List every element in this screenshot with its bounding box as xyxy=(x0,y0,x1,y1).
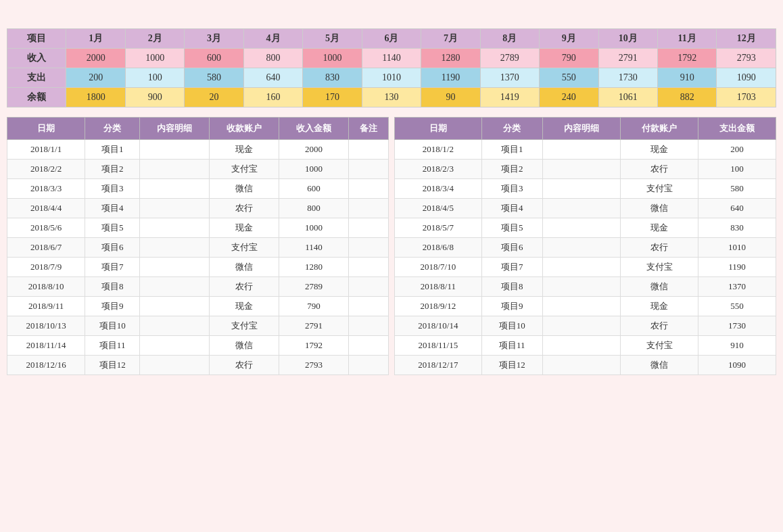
expense-cell-4-0: 2018/5/7 xyxy=(395,218,482,238)
summary-row-label-balance: 余额 xyxy=(7,88,66,107)
expense-header-1: 分类 xyxy=(481,118,542,140)
income-cell-2-1: 项目3 xyxy=(85,179,140,199)
summary-balance-2: 900 xyxy=(125,88,184,107)
income-cell-9-1: 项目10 xyxy=(85,316,140,336)
expense-row: 2018/1/2项目1现金200 xyxy=(395,140,776,160)
expense-cell-6-1: 项目7 xyxy=(481,258,542,277)
income-row: 2018/1/1项目1现金2000 xyxy=(7,140,389,160)
summary-row-label-expense: 支出 xyxy=(7,68,66,88)
expense-cell-2-2 xyxy=(543,179,621,199)
income-cell-9-3: 支付宝 xyxy=(210,316,279,336)
summary-col-month-8: 8月 xyxy=(480,29,539,49)
summary-expense-9: 550 xyxy=(540,68,598,88)
summary-expense-5: 830 xyxy=(303,68,362,88)
summary-balance-12: 1703 xyxy=(717,88,776,107)
income-cell-5-5 xyxy=(348,238,388,258)
income-cell-0-1: 项目1 xyxy=(85,140,140,160)
income-cell-6-5 xyxy=(348,258,388,277)
income-cell-5-2 xyxy=(140,238,210,258)
expense-cell-1-4: 100 xyxy=(698,160,776,179)
summary-balance-9: 240 xyxy=(540,88,598,107)
expense-cell-10-2 xyxy=(543,336,621,356)
expense-header-0: 日期 xyxy=(395,118,482,140)
income-cell-10-4: 1792 xyxy=(279,336,348,356)
summary-table: 项目1月2月3月4月5月6月7月8月9月10月11月12月 收入20001000… xyxy=(7,28,776,107)
summary-balance-8: 1419 xyxy=(480,88,539,107)
expense-cell-11-3: 微信 xyxy=(621,356,698,375)
income-cell-11-0: 2018/12/16 xyxy=(7,356,85,375)
summary-balance-5: 170 xyxy=(303,88,362,107)
summary-income-12: 2793 xyxy=(717,49,776,68)
expense-cell-8-0: 2018/9/12 xyxy=(395,297,482,316)
income-cell-2-4: 600 xyxy=(279,179,348,199)
expense-cell-2-0: 2018/3/4 xyxy=(395,179,482,199)
income-header-4: 收入金额 xyxy=(279,118,348,140)
income-cell-10-1: 项目11 xyxy=(85,336,140,356)
expense-cell-5-2 xyxy=(543,238,621,258)
expense-cell-0-3: 现金 xyxy=(621,140,698,160)
summary-balance-4: 160 xyxy=(243,88,302,107)
expense-cell-10-3: 支付宝 xyxy=(621,336,698,356)
summary-income-2: 1000 xyxy=(125,49,184,68)
summary-expense-3: 580 xyxy=(185,68,243,88)
expense-cell-9-1: 项目10 xyxy=(481,316,542,336)
expense-cell-6-0: 2018/7/10 xyxy=(395,258,482,277)
income-cell-6-4: 1280 xyxy=(279,258,348,277)
summary-income-1: 2000 xyxy=(66,49,125,68)
expense-cell-7-4: 1370 xyxy=(698,277,776,297)
expense-cell-4-4: 830 xyxy=(698,218,776,238)
income-cell-0-4: 2000 xyxy=(279,140,348,160)
expense-detail-table: 日期分类内容明细付款账户支出金额 2018/1/2项目1现金2002018/2/… xyxy=(394,117,776,375)
expense-cell-8-2 xyxy=(543,297,621,316)
expense-cell-6-2 xyxy=(543,258,621,277)
income-cell-9-2 xyxy=(140,316,210,336)
income-cell-11-5 xyxy=(348,356,388,375)
expense-row: 2018/2/3项目2农行100 xyxy=(395,160,776,179)
expense-row: 2018/3/4项目3支付宝580 xyxy=(395,179,776,199)
summary-expense-8: 1370 xyxy=(480,68,539,88)
income-cell-11-3: 农行 xyxy=(210,356,279,375)
summary-income-4: 800 xyxy=(243,49,302,68)
income-cell-4-2 xyxy=(140,218,210,238)
income-cell-8-1: 项目9 xyxy=(85,297,140,316)
expense-cell-4-3: 现金 xyxy=(621,218,698,238)
income-cell-3-5 xyxy=(348,199,388,218)
expense-cell-2-1: 项目3 xyxy=(481,179,542,199)
expense-cell-11-2 xyxy=(543,356,621,375)
expense-cell-9-4: 1730 xyxy=(698,316,776,336)
income-cell-8-5 xyxy=(348,297,388,316)
income-cell-3-3: 农行 xyxy=(210,199,279,218)
income-cell-0-3: 现金 xyxy=(210,140,279,160)
expense-cell-9-2 xyxy=(543,316,621,336)
income-cell-10-0: 2018/11/14 xyxy=(7,336,85,356)
income-cell-4-5 xyxy=(348,218,388,238)
expense-row: 2018/9/12项目9现金550 xyxy=(395,297,776,316)
income-row: 2018/5/6项目5现金1000 xyxy=(7,218,389,238)
summary-expense-4: 640 xyxy=(243,68,302,88)
expense-row: 2018/10/14项目10农行1730 xyxy=(395,316,776,336)
expense-row: 2018/11/15项目11支付宝910 xyxy=(395,336,776,356)
income-cell-1-0: 2018/2/2 xyxy=(7,160,85,179)
expense-cell-0-1: 项目1 xyxy=(481,140,542,160)
income-cell-10-3: 微信 xyxy=(210,336,279,356)
expense-cell-9-0: 2018/10/14 xyxy=(395,316,482,336)
income-cell-6-3: 微信 xyxy=(210,258,279,277)
expense-cell-7-3: 微信 xyxy=(621,277,698,297)
income-cell-0-2 xyxy=(140,140,210,160)
expense-cell-1-1: 项目2 xyxy=(481,160,542,179)
expense-cell-9-3: 农行 xyxy=(621,316,698,336)
expense-cell-5-0: 2018/6/8 xyxy=(395,238,482,258)
summary-income-10: 2791 xyxy=(598,49,657,68)
expense-cell-11-0: 2018/12/17 xyxy=(395,356,482,375)
expense-cell-6-4: 1190 xyxy=(698,258,776,277)
income-cell-3-0: 2018/4/4 xyxy=(7,199,85,218)
expense-cell-1-3: 农行 xyxy=(621,160,698,179)
summary-balance-3: 20 xyxy=(185,88,243,107)
expense-cell-3-1: 项目4 xyxy=(481,199,542,218)
expense-row: 2018/8/11项目8微信1370 xyxy=(395,277,776,297)
expense-row: 2018/4/5项目4微信640 xyxy=(395,199,776,218)
income-header-5: 备注 xyxy=(348,118,388,140)
summary-expense-10: 1730 xyxy=(598,68,657,88)
summary-col-month-2: 2月 xyxy=(125,29,184,49)
summary-income-7: 1280 xyxy=(421,49,480,68)
